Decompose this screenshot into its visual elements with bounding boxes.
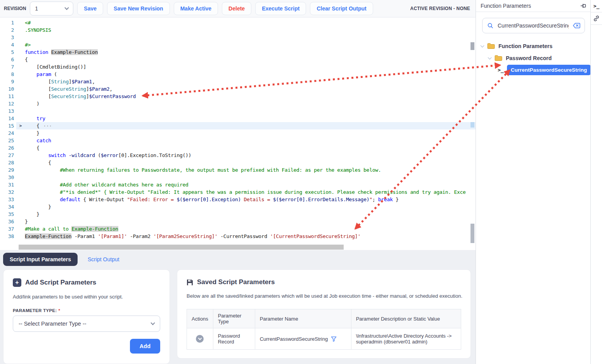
line-number: 30: [0, 174, 16, 181]
pin-icon[interactable]: [580, 3, 586, 9]
fold-column: [16, 34, 25, 41]
line-number: 31: [0, 181, 16, 188]
tab-script-input-parameters[interactable]: Script Input Parameters: [3, 253, 78, 266]
code-line-32: 32 #"*is denied*" { Write-Output "Failed…: [0, 188, 476, 196]
link-panel-icon[interactable]: [591, 12, 602, 25]
fold-column: [16, 93, 25, 100]
code-line-28: 28 {: [0, 159, 476, 166]
tree-node-password-record[interactable]: Password Record: [476, 52, 590, 64]
selected-parameter-badge[interactable]: CurrentPasswordSecureString: [507, 65, 591, 75]
make-active-button[interactable]: Make Active: [174, 2, 218, 15]
line-number: 28: [0, 159, 16, 166]
search-icon: [487, 22, 493, 29]
editor-toolbar: REVISION 1 SaveSave New RevisionMake Act…: [0, 0, 476, 17]
code-text: }: [25, 203, 476, 210]
function-parameters-panel: Function Parameters Function Parameters: [476, 0, 590, 364]
chevron-down-icon[interactable]: [488, 55, 492, 59]
clear-script-output-button[interactable]: Clear Script Output: [310, 2, 373, 15]
row-actions-icon[interactable]: [196, 335, 204, 343]
line-number: 6: [0, 56, 16, 63]
parameter-search-box: [482, 18, 585, 33]
tree-node-function-parameters[interactable]: Function Parameters: [476, 40, 590, 52]
revision-select[interactable]: 1: [30, 2, 73, 16]
code-line-30: 30: [0, 174, 476, 181]
add-button[interactable]: Add: [130, 339, 160, 354]
overview-mark: [471, 42, 474, 50]
fold-column: [16, 19, 25, 26]
code-line-15: 15> { ···: [0, 122, 476, 129]
line-number: 12: [0, 100, 16, 107]
code-text: param (: [25, 71, 476, 78]
folder-icon: [487, 43, 495, 49]
folder-icon: [495, 55, 502, 61]
fold-column: [16, 144, 25, 152]
parameter-type-value: -- Select Parameter Type --: [19, 321, 86, 327]
code-line-12: 12 ): [0, 100, 476, 107]
overview-mark: [471, 224, 474, 243]
code-lines: 1<#2.SYNOPSIS34#>5function Example-Funct…: [0, 19, 476, 240]
terminal-panel-icon[interactable]: >_: [591, 0, 602, 12]
code-line-6: 6{: [0, 56, 476, 63]
code-text: }: [25, 218, 476, 225]
line-number: 8: [0, 71, 16, 78]
fold-column: [16, 129, 25, 137]
fold-column: [16, 48, 25, 56]
line-number: 24: [0, 129, 16, 137]
fold-column: [16, 225, 25, 233]
saved-parameters-table: ActionsParameter TypeParameter NameParam…: [187, 309, 461, 350]
panel-title: Function Parameters: [481, 3, 531, 9]
revision-value: 1: [35, 5, 38, 12]
saved-card-title: Saved Script Parameters: [197, 278, 275, 286]
code-text: {: [25, 56, 476, 63]
line-number: 13: [0, 107, 16, 115]
parameter-type-select[interactable]: -- Select Parameter Type --: [13, 316, 160, 332]
code-text: [25, 174, 476, 181]
folded-code-marker[interactable]: ···: [43, 123, 52, 129]
table-header: Parameter Type: [213, 309, 255, 328]
table-header: Parameter Description or Static Value: [351, 309, 461, 328]
save-new-revision-button[interactable]: Save New Revision: [107, 2, 170, 15]
tab-bar: Script Input Parameters Script Output: [3, 253, 472, 266]
clear-search-icon[interactable]: [573, 23, 580, 29]
fold-column: [16, 41, 25, 48]
fold-column: [16, 107, 25, 115]
execute-script-button[interactable]: Execute Script: [255, 2, 306, 15]
chevron-down-icon: [150, 321, 155, 325]
table-header: Actions: [187, 309, 213, 328]
active-revision-status: ACTIVE REVISION - NONE: [410, 6, 470, 11]
horizontal-scrollbar[interactable]: [19, 245, 469, 250]
delete-button[interactable]: Delete: [222, 2, 251, 15]
code-line-10: 10 [SecureString]$Param2,: [0, 85, 476, 93]
fold-column: [16, 218, 25, 225]
save-button[interactable]: Save: [77, 2, 103, 15]
search-input[interactable]: [497, 22, 569, 29]
tree-leaf-currentpasswordsecurestring[interactable]: >_ CurrentPasswordSecureString: [476, 64, 590, 76]
line-number: 14: [0, 115, 16, 122]
code-line-5: 5function Example-Function: [0, 48, 476, 56]
line-number: 38: [0, 233, 16, 240]
add-script-parameters-card: + Add Script Parameters Add/link paramet…: [3, 269, 170, 364]
code-text: [25, 107, 476, 115]
chevron-down-icon[interactable]: [481, 43, 484, 47]
code-text: #Make a call to Example-Function: [25, 225, 476, 233]
overview-ruler: [471, 17, 474, 244]
code-line-26: 26 {: [0, 144, 476, 152]
code-line-37: 37#Make a call to Example-Function: [0, 225, 476, 233]
code-text: #>: [25, 41, 476, 48]
tab-script-output[interactable]: Script Output: [88, 256, 119, 262]
code-line-14: 14 try: [0, 115, 476, 122]
saved-card-description: Below are all the saved/linked parameter…: [187, 293, 461, 299]
filter-icon[interactable]: [331, 336, 337, 342]
code-text: {: [25, 144, 476, 152]
scrollbar-thumb[interactable]: [19, 245, 344, 250]
code-editor[interactable]: 1<#2.SYNOPSIS34#>5function Example-Funct…: [0, 17, 476, 250]
code-text: Example-Function -Param1 '[Param1]' -Par…: [25, 233, 476, 240]
line-number: 26: [0, 144, 16, 152]
fold-column: [16, 159, 25, 166]
line-number: 3: [0, 34, 16, 41]
code-line-1: 1<#: [0, 19, 476, 26]
fold-chevron-icon[interactable]: >: [16, 122, 25, 129]
line-number: 29: [0, 166, 16, 174]
line-number: 10: [0, 85, 16, 93]
line-number: 4: [0, 41, 16, 48]
